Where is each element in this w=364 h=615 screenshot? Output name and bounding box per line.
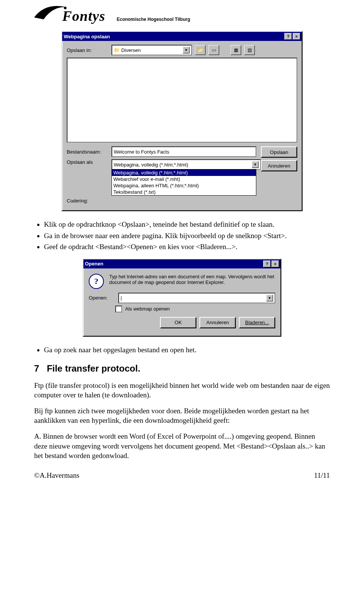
- save-in-select[interactable]: 📁 Diversen ▼: [111, 45, 192, 55]
- bullet-list-2: Ga op zoek naar het opgeslagen bestand e…: [44, 345, 330, 355]
- paragraph: Ftp (file transfer protocol) is een moge…: [34, 381, 330, 400]
- help-button[interactable]: ?: [263, 260, 271, 267]
- footer-page-number: 11/11: [314, 471, 330, 480]
- bullet-list-1: Klik op de opdrachtknop <Opslaan>, tenei…: [44, 220, 330, 252]
- list-item: Ga in de browser naar een andere pagina.…: [44, 231, 330, 241]
- logo-swoosh-icon: [34, 7, 57, 22]
- help-button[interactable]: ?: [284, 33, 292, 40]
- browse-button[interactable]: Bladeren...: [239, 317, 275, 328]
- page-footer: ©A.Havermans 11/11: [34, 471, 330, 480]
- chevron-down-icon: ▼: [252, 161, 259, 168]
- open-dialog-titlebar: Openen ? ×: [83, 259, 281, 268]
- list-item: Geef de opdracht <Bestand><Openen> en ki…: [44, 242, 330, 252]
- logo-block: Fontys Economische Hogeschool Tilburg: [34, 8, 330, 24]
- webmap-checkbox-label: Als webmap openen: [125, 306, 170, 312]
- paragraph: A. Binnen de browser wordt een Word (of …: [34, 431, 330, 461]
- logo-brand: Fontys: [62, 8, 105, 24]
- save-button[interactable]: Opslaan: [261, 146, 297, 158]
- save-dialog: Webpagina opslaan ? × Opslaan in: 📁 Dive…: [61, 31, 303, 211]
- open-dialog-title: Openen: [85, 261, 103, 267]
- open-url-input[interactable]: | ▼: [118, 293, 275, 303]
- saveas-option[interactable]: Webarchief voor e-mail (*.mht): [112, 176, 256, 182]
- footer-author: ©A.Havermans: [34, 471, 79, 480]
- webmap-checkbox[interactable]: [115, 306, 122, 312]
- saveas-select[interactable]: Webpagina, volledig (*.htm;*.html) ▼: [111, 159, 261, 170]
- question-icon: ?: [89, 274, 104, 289]
- chevron-down-icon: ▼: [183, 47, 190, 53]
- filename-label: Bestandsnaam:: [67, 149, 108, 155]
- cancel-button[interactable]: Annuleren: [199, 317, 236, 328]
- list-view-button[interactable]: ▤: [244, 45, 255, 55]
- saveas-label: Opslaan als: [67, 159, 108, 165]
- saveas-option[interactable]: Webpagina, alleen HTML (*.htm;*.html): [112, 182, 256, 189]
- section-heading: 7 File transfer protocol.: [34, 363, 330, 374]
- list-item: Ga op zoek naar het opgeslagen bestand e…: [44, 345, 330, 355]
- saveas-dropdown-list[interactable]: Webpagina, volledig (*.htm;*.html) Webar…: [111, 169, 256, 196]
- save-dialog-titlebar: Webpagina opslaan ? ×: [62, 32, 302, 41]
- desktop-button[interactable]: ▭: [209, 45, 219, 55]
- close-button[interactable]: ×: [293, 33, 300, 40]
- paragraph: Bij ftp kunnen zich twee mogelijkheden v…: [34, 406, 330, 425]
- saveas-option[interactable]: Webpagina, volledig (*.htm;*.html): [112, 169, 256, 176]
- open-dialog: Openen ? × ? Typ het Internet-adres van …: [83, 259, 281, 337]
- close-button[interactable]: ×: [271, 260, 279, 267]
- saveas-option[interactable]: Tekstbestand (*.txt): [112, 189, 256, 195]
- cancel-button[interactable]: Annuleren: [261, 160, 297, 171]
- new-folder-button[interactable]: ▦: [231, 45, 241, 55]
- open-label: Openen:: [89, 295, 115, 301]
- file-listing[interactable]: [67, 58, 297, 143]
- open-hint-text: Typ het Internet-adres van een document …: [109, 274, 275, 285]
- save-dialog-title: Webpagina opslaan: [64, 34, 110, 39]
- encoding-label: Codering:: [67, 198, 108, 204]
- up-folder-button[interactable]: 📁: [195, 45, 206, 55]
- ok-button[interactable]: OK: [160, 317, 196, 328]
- logo-subtitle: Economische Hogeschool Tilburg: [117, 17, 190, 22]
- list-item: Klik op de opdrachtknop <Opslaan>, tenei…: [44, 220, 330, 229]
- filename-input[interactable]: Welcome to Fontys Facts: [111, 146, 256, 157]
- chevron-down-icon: ▼: [266, 295, 273, 301]
- save-in-label: Opslaan in:: [67, 47, 108, 53]
